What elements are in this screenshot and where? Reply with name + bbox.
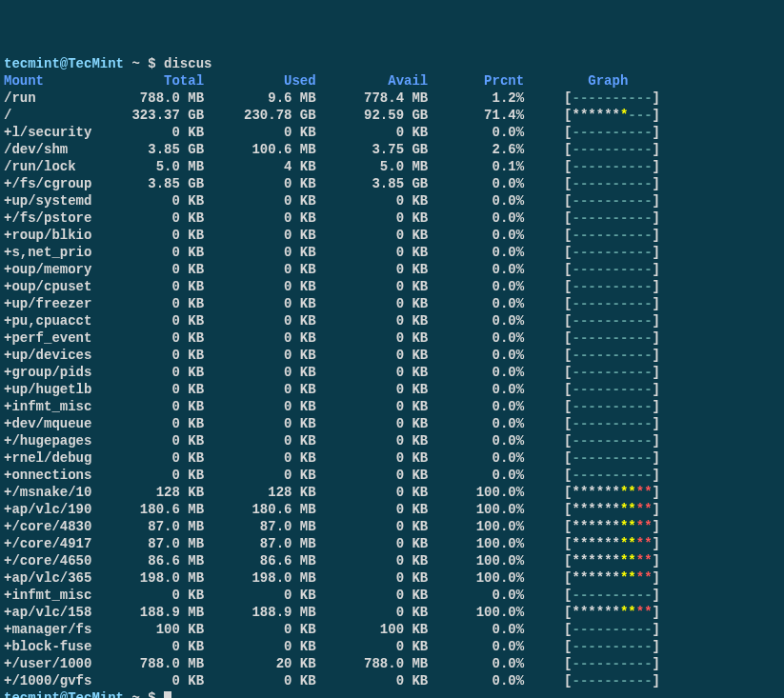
table-row: +/fs/cgroup 3.85 GB 0 KB 3.85 GB 0.0% [-…: [4, 175, 780, 192]
table-row: +/1000/gvfs 0 KB 0 KB 0 KB 0.0% [-------…: [4, 672, 780, 689]
table-row: +up/freezer 0 KB 0 KB 0 KB 0.0% [-------…: [4, 295, 780, 312]
table-row: +ap/vlc/365 198.0 MB 198.0 MB 0 KB 100.0…: [4, 569, 780, 587]
table-row: +onnections 0 KB 0 KB 0 KB 0.0% [-------…: [4, 467, 780, 484]
table-row: +ap/vlc/190 180.6 MB 180.6 MB 0 KB 100.0…: [4, 501, 780, 518]
prompt-line: tecmint@TecMint ~ $ discus: [4, 55, 780, 72]
table-header: Mount Total Used Avail Prcnt Graph: [4, 72, 780, 90]
table-row: /run 788.0 MB 9.6 MB 778.4 MB 1.2% [----…: [4, 90, 780, 107]
table-row: +oup/memory 0 KB 0 KB 0 KB 0.0% [-------…: [4, 261, 780, 278]
table-row: / 323.37 GB 230.78 GB 92.59 GB 71.4% [**…: [4, 107, 780, 124]
table-row: +oup/cpuset 0 KB 0 KB 0 KB 0.0% [-------…: [4, 278, 780, 295]
terminal-output[interactable]: tecmint@TecMint ~ $ discusMount Total Us…: [4, 55, 780, 698]
table-row: +group/pids 0 KB 0 KB 0 KB 0.0% [-------…: [4, 364, 780, 381]
table-row: +/core/4650 86.6 MB 86.6 MB 0 KB 100.0% …: [4, 552, 780, 569]
table-row: +/fs/pstore 0 KB 0 KB 0 KB 0.0% [-------…: [4, 209, 780, 227]
table-row: +dev/mqueue 0 KB 0 KB 0 KB 0.0% [-------…: [4, 415, 780, 432]
table-row: +ap/vlc/158 188.9 MB 188.9 MB 0 KB 100.0…: [4, 604, 780, 621]
table-row: +manager/fs 100 KB 0 KB 100 KB 0.0% [---…: [4, 621, 780, 638]
table-row: +/core/4917 87.0 MB 87.0 MB 0 KB 100.0% …: [4, 535, 780, 552]
table-row: /dev/shm 3.85 GB 100.6 MB 3.75 GB 2.6% […: [4, 141, 780, 158]
table-row: +up/devices 0 KB 0 KB 0 KB 0.0% [-------…: [4, 347, 780, 364]
table-row: +rnel/debug 0 KB 0 KB 0 KB 0.0% [-------…: [4, 449, 780, 467]
prompt-line[interactable]: tecmint@TecMint ~ $: [4, 689, 780, 698]
table-row: +infmt_misc 0 KB 0 KB 0 KB 0.0% [-------…: [4, 587, 780, 604]
table-row: +s,net_prio 0 KB 0 KB 0 KB 0.0% [-------…: [4, 244, 780, 261]
table-row: +l/security 0 KB 0 KB 0 KB 0.0% [-------…: [4, 124, 780, 141]
table-row: /run/lock 5.0 MB 4 KB 5.0 MB 0.1% [-----…: [4, 158, 780, 175]
table-row: +perf_event 0 KB 0 KB 0 KB 0.0% [-------…: [4, 329, 780, 347]
table-row: +roup/blkio 0 KB 0 KB 0 KB 0.0% [-------…: [4, 227, 780, 244]
table-row: +/core/4830 87.0 MB 87.0 MB 0 KB 100.0% …: [4, 518, 780, 535]
table-row: +up/systemd 0 KB 0 KB 0 KB 0.0% [-------…: [4, 192, 780, 209]
table-row: +pu,cpuacct 0 KB 0 KB 0 KB 0.0% [-------…: [4, 312, 780, 329]
table-row: +infmt_misc 0 KB 0 KB 0 KB 0.0% [-------…: [4, 398, 780, 415]
table-row: +/user/1000 788.0 MB 20 KB 788.0 MB 0.0%…: [4, 655, 780, 672]
table-row: +/msnake/10 128 KB 128 KB 0 KB 100.0% [*…: [4, 484, 780, 501]
table-row: +/hugepages 0 KB 0 KB 0 KB 0.0% [-------…: [4, 432, 780, 449]
table-row: +up/hugetlb 0 KB 0 KB 0 KB 0.0% [-------…: [4, 381, 780, 398]
table-row: +block-fuse 0 KB 0 KB 0 KB 0.0% [-------…: [4, 638, 780, 655]
cursor-icon: [164, 691, 171, 698]
